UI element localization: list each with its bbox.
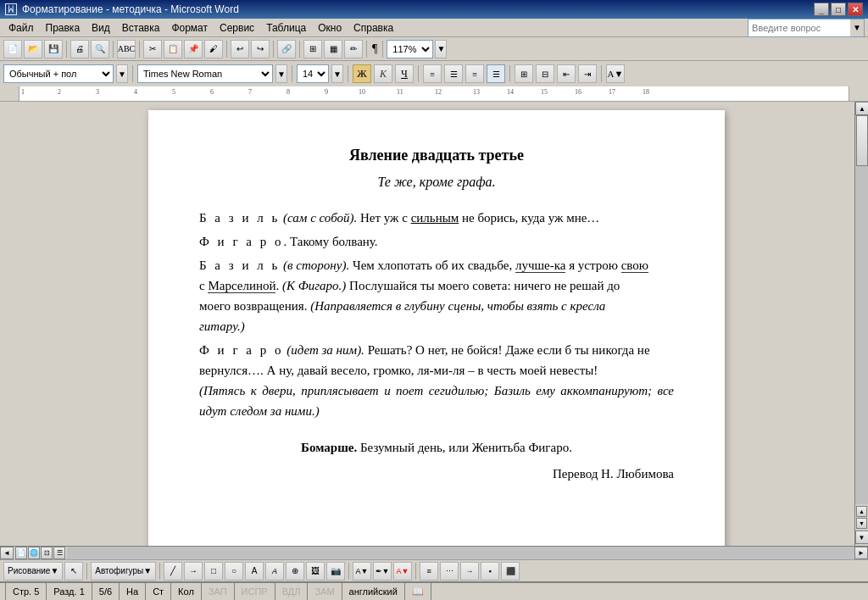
scroll-track[interactable] — [855, 115, 868, 504]
zoom-dropdown[interactable]: ▼ — [435, 40, 447, 58]
arrow-btn[interactable]: → — [184, 562, 203, 581]
drawing-menu-btn[interactable]: Рисование ▼ — [3, 562, 63, 581]
hyperlink-button[interactable]: 🔗 — [277, 40, 296, 58]
columns-button[interactable]: ▦ — [324, 40, 342, 58]
scroll-small-up[interactable]: ▲ — [856, 506, 867, 517]
style-select[interactable]: Обычный + пол — [3, 64, 114, 83]
citation-text: Безумный день, или Женитьба Фигаро. — [360, 441, 572, 454]
menu-table[interactable]: Таблица — [261, 20, 311, 36]
size-select[interactable]: 14 — [297, 64, 329, 83]
list-num-button[interactable]: ⊞ — [515, 64, 533, 83]
diagram-btn[interactable]: ⊕ — [286, 562, 304, 581]
menu-file[interactable]: Файл — [3, 20, 39, 36]
maximize-button[interactable]: □ — [831, 3, 846, 16]
save-button[interactable]: 💾 — [44, 40, 63, 58]
undo-button[interactable]: ↩ — [231, 40, 249, 58]
menu-insert[interactable]: Вставка — [117, 20, 165, 36]
zoom-select[interactable]: 117% — [387, 40, 433, 58]
scroll-up-button[interactable]: ▲ — [855, 102, 868, 115]
sep-f2 — [292, 65, 292, 82]
arrow-style-btn[interactable]: → — [460, 562, 479, 581]
line-color-btn[interactable]: ✒▼ — [373, 562, 392, 581]
copy-button[interactable]: 📋 — [164, 40, 182, 58]
ruler-inner: 1 2 3 4 5 6 7 8 9 10 11 12 13 14 15 16 1… — [19, 86, 849, 101]
font-dropdown[interactable]: ▼ — [275, 64, 287, 83]
underline-button[interactable]: Ч — [395, 64, 414, 83]
separator-2 — [113, 41, 114, 58]
scroll-left-btn[interactable]: ◄ — [0, 547, 14, 559]
wordart-btn[interactable]: A — [265, 562, 284, 581]
outdent-button[interactable]: ⇤ — [557, 64, 576, 83]
format-paint-button[interactable]: 🖌 — [204, 40, 223, 58]
scroll-small-down[interactable]: ▼ — [856, 518, 867, 529]
menu-view[interactable]: Вид — [86, 20, 115, 36]
list-bullet-button[interactable]: ⊟ — [536, 64, 554, 83]
scroll-thumb[interactable] — [856, 115, 868, 166]
h-scroll-track[interactable] — [67, 547, 854, 559]
print-button[interactable]: 🖨 — [70, 40, 89, 58]
new-button[interactable]: 📄 — [3, 40, 22, 58]
help-box: ▼ — [748, 19, 865, 37]
scroll-down-button[interactable]: ▼ — [855, 531, 869, 544]
menu-help[interactable]: Справка — [348, 20, 398, 36]
autoshapes-btn[interactable]: Автофигуры ▼ — [91, 562, 156, 581]
align-left-button[interactable]: ≡ — [423, 64, 442, 83]
3d-btn[interactable]: ⬛ — [501, 562, 520, 581]
cut-button[interactable]: ✂ — [143, 40, 162, 58]
view-buttons: 📄 🌐 ⊡ ☰ — [14, 547, 67, 559]
picture-btn[interactable]: 📷 — [326, 562, 345, 581]
rect-btn[interactable]: □ — [204, 562, 223, 581]
italic-button[interactable]: К — [374, 64, 392, 83]
open-button[interactable]: 📂 — [24, 40, 42, 58]
paragraph-bazil-2: Б а з и л ь (в сторону). Чем хлопотать о… — [199, 255, 674, 336]
normal-view-btn[interactable]: 📄 — [15, 547, 27, 559]
shadow-btn[interactable]: ▪ — [481, 562, 499, 581]
font-color-btn[interactable]: A▼ — [393, 562, 412, 581]
clipart-btn[interactable]: 🖼 — [306, 562, 325, 581]
outline-view-btn[interactable]: ☰ — [53, 547, 65, 559]
drawing-button[interactable]: ✏ — [344, 40, 363, 58]
draw-sep4 — [415, 563, 416, 580]
paragraph-figaro-2: Ф и г а р о (идет за ним). Решать? О нет… — [199, 340, 674, 421]
status-icon: 📖 — [405, 583, 431, 600]
style-dropdown[interactable]: ▼ — [116, 64, 128, 83]
menu-tools[interactable]: Сервис — [214, 20, 259, 36]
paste-button[interactable]: 📌 — [184, 40, 203, 58]
menu-window[interactable]: Окно — [313, 20, 347, 36]
indent-button[interactable]: ⇥ — [578, 64, 597, 83]
stage-dir-3: (К Фигаро.) — [282, 279, 346, 292]
align-justify-button[interactable]: ☰ — [487, 64, 505, 83]
speaker-figaro-1: Ф и г а р о — [199, 235, 283, 248]
stage-direction-1: (сам с собой). — [280, 211, 357, 225]
select-btn[interactable]: ↖ — [64, 562, 83, 581]
align-right-button[interactable]: ≡ — [465, 64, 484, 83]
citation-bold: Бомарше. — [301, 441, 357, 454]
print-preview-button[interactable]: 🔍 — [91, 40, 109, 58]
minimize-button[interactable]: _ — [814, 3, 829, 16]
menu-edit[interactable]: Правка — [41, 20, 86, 36]
print-view-btn[interactable]: ⊡ — [41, 547, 53, 559]
bold-button[interactable]: Ж — [353, 64, 371, 83]
line-btn[interactable]: ╱ — [164, 562, 182, 581]
dash-style-btn[interactable]: ⋯ — [440, 562, 459, 581]
document-area[interactable]: Явление двадцать третье Те же, кроме гра… — [19, 102, 854, 546]
line-style-btn[interactable]: ≡ — [420, 562, 438, 581]
table-button[interactable]: ⊞ — [303, 40, 322, 58]
scroll-right-btn[interactable]: ► — [854, 547, 868, 559]
menu-format[interactable]: Формат — [166, 20, 213, 36]
redo-button[interactable]: ↪ — [251, 40, 270, 58]
size-dropdown[interactable]: ▼ — [331, 64, 343, 83]
web-view-btn[interactable]: 🌐 — [28, 547, 40, 559]
sep-f3 — [348, 65, 348, 82]
spell-button[interactable]: ABC — [117, 40, 136, 58]
paragraph-symbol[interactable]: ¶ — [370, 42, 379, 56]
help-input[interactable] — [748, 19, 850, 36]
font-select[interactable]: Times New Roman — [137, 64, 273, 83]
close-button[interactable]: ✕ — [848, 3, 863, 16]
oval-btn[interactable]: ○ — [225, 562, 243, 581]
textbox-btn[interactable]: A — [245, 562, 264, 581]
fill-color-btn[interactable]: A▼ — [353, 562, 371, 581]
align-center-button[interactable]: ☰ — [444, 64, 463, 83]
help-arrow[interactable]: ▼ — [850, 19, 864, 36]
highlight-button[interactable]: A▼ — [606, 64, 625, 83]
